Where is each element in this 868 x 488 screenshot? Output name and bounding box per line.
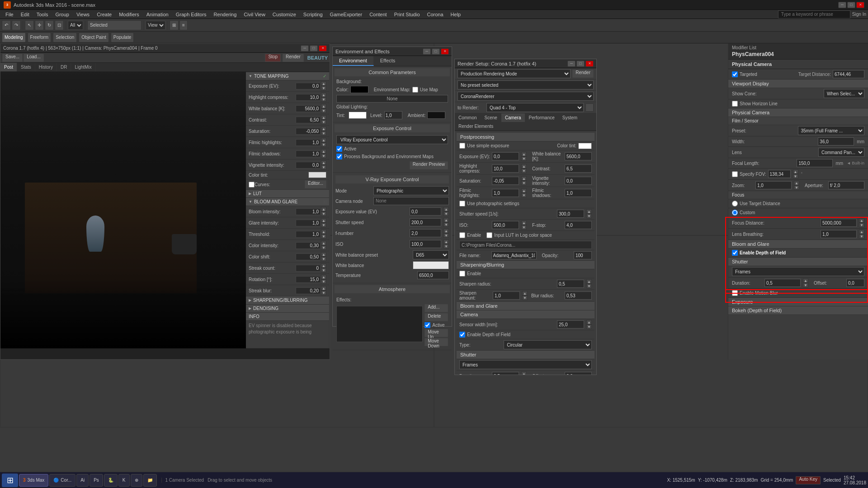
tint-swatch[interactable] [349,112,367,119]
rs-hl-down[interactable]: ▼ [521,169,527,173]
rs-sr-down[interactable]: ▼ [586,284,592,288]
taskbar-ai[interactable]: Ai [76,474,89,487]
phys-shutter-header[interactable]: Shutter [728,258,868,266]
rs-opacity-input[interactable] [574,251,592,259]
tone-mapping-header[interactable]: ▼ TONE MAPPING ✓ [246,72,329,80]
phys-viewport-header[interactable]: Viewport Display [728,80,868,88]
phys-zoom-input[interactable] [755,181,792,189]
phys-film-header[interactable]: Film / Sensor [728,117,868,125]
info-header[interactable]: INFO [246,313,329,321]
ci-down[interactable]: ▼ [321,245,326,250]
search-input[interactable] [778,10,850,19]
rs-sr-up[interactable]: ▲ [586,279,592,284]
rs-ev-input[interactable] [492,152,519,160]
rs-photographic-check[interactable] [459,201,465,206]
bloom-intensity-input[interactable] [296,208,321,215]
threshold-input[interactable] [296,231,321,238]
tab-lightmix[interactable]: LightMix [71,63,95,71]
rs-preset-select[interactable]: No preset selected [458,80,594,89]
render-maximize[interactable]: □ [310,45,318,52]
rs-dof-check[interactable] [459,332,465,338]
use-map-check[interactable] [412,87,418,93]
rs-close[interactable]: ✕ [585,61,594,67]
phys-width-input[interactable] [818,137,854,145]
menu-edit[interactable]: Edit [17,11,33,18]
minimize-button[interactable]: ─ [838,2,846,8]
menu-views[interactable]: Views [73,11,93,18]
phys-fov-input[interactable] [768,170,791,178]
menu-print-studio[interactable]: Print Studio [391,11,424,18]
menu-help[interactable]: Help [447,11,465,18]
rs-sat-up[interactable]: ▲ [521,176,527,181]
load-btn[interactable]: Load... [24,54,44,62]
rs-sat-input[interactable] [492,177,519,185]
fn-down[interactable]: ▼ [443,233,449,238]
phys-zoom-up[interactable]: ▲ [794,181,799,185]
tm-filmic-h-input[interactable] [296,139,321,146]
glare-intensity-input[interactable] [296,220,321,226]
sharp-header[interactable]: ▶ SHARPENING/BLURRING [246,296,329,305]
level-input[interactable] [384,111,402,119]
rs-fstop-input[interactable] [565,221,592,229]
tm-highlight-input[interactable] [296,94,321,101]
tm-sat-down[interactable]: ▼ [321,131,326,136]
tm-filmic-s-up[interactable]: ▲ [321,149,326,154]
rs-sharp-amount-input[interactable] [493,291,520,300]
ci-up[interactable]: ▲ [321,241,326,245]
rs-fh-up[interactable]: ▲ [521,188,527,193]
rs-shutter-down[interactable]: ▼ [586,214,592,218]
rs-sharp-radius-input[interactable] [557,280,584,288]
rs-ev-up[interactable]: ▲ [521,152,527,156]
tm-contrast-input[interactable] [296,117,321,123]
fnumber-input[interactable] [410,229,441,237]
rs-ev-down[interactable]: ▼ [521,156,527,161]
menu-corona[interactable]: Corona [424,11,447,18]
tm-contrast-up[interactable]: ▲ [321,115,326,120]
phys-dof-check[interactable] [732,250,738,256]
tm-wb-up[interactable]: ▲ [321,104,326,108]
phys-focus-header[interactable]: Focus [728,191,868,199]
tm-filmic-h-up[interactable]: ▲ [321,138,326,142]
phys-custom-radio[interactable] [732,210,738,216]
menu-scripting[interactable]: Scripting [300,11,326,18]
env-min[interactable]: ─ [423,48,431,55]
tm-sat-input[interactable] [296,128,321,135]
phys-zoom-down[interactable]: ▼ [794,185,799,190]
tm-filmic-s-down[interactable]: ▼ [321,154,326,158]
rs-shutter-type-select[interactable]: Frames [459,360,592,369]
ev-input[interactable] [410,207,441,216]
rs-bloom-header[interactable]: Bloom and Glare [457,302,594,310]
rs-tab-render-elements[interactable]: Render Elements [455,122,497,131]
sign-in-link[interactable]: Sign In [852,12,866,17]
rs-highlight-input[interactable] [492,164,519,173]
gi-up[interactable]: ▲ [321,218,326,223]
view-select[interactable]: All [68,21,83,30]
scale-btn[interactable]: ⊡ [55,20,64,30]
menu-civil-view[interactable]: Civil View [240,11,269,18]
rot-up[interactable]: ▲ [321,275,326,279]
rs-sensor-down[interactable]: ▼ [586,324,592,329]
phys-dur-up[interactable]: ▲ [803,278,808,283]
menu-tools[interactable]: Tools [33,11,52,18]
rs-enable-check[interactable] [459,232,465,238]
phys-shutter-type-select[interactable]: Frames [732,267,864,276]
rs-torender-select[interactable]: Quad 4 - Top [486,103,584,112]
rs-sat-down[interactable]: ▼ [521,181,527,185]
menu-game-exporter[interactable]: GameExporter [326,11,366,18]
rs-render-btn[interactable]: Render [572,70,594,78]
sc-up[interactable]: ▲ [321,263,326,268]
menu-graph-editors[interactable]: Graph Editors [172,11,210,18]
phys-bloom-header[interactable]: Bloom and Glare [728,240,868,249]
tm-vignette-down[interactable]: ▼ [321,165,326,169]
auto-key-btn[interactable]: Auto Key [796,476,821,484]
menu-modifiers[interactable]: Modifiers [115,11,143,18]
rs-bokeh-type-select[interactable]: Circular Blade [504,340,592,349]
menu-file[interactable]: File [2,11,17,18]
menu-customize[interactable]: Customize [269,11,300,18]
phys-fov-up[interactable]: ▲ [793,169,798,174]
lut-header[interactable]: ▶ LUT [246,190,329,198]
mode-select[interactable]: Photographic [373,186,449,195]
tm-curves-check[interactable] [249,182,255,188]
streak-count-input[interactable] [296,265,321,272]
rs-sharp-header[interactable]: Sharpening/Blurring [457,261,594,269]
